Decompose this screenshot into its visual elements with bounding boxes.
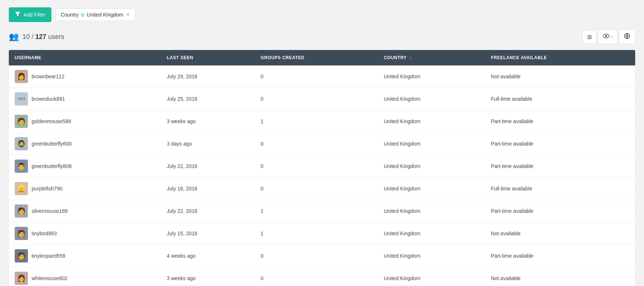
cell-country: United Kingdom [378,178,485,200]
columns-icon: ⊞ [587,33,592,40]
top-bar: Add Filter Country is United Kingdom × [9,7,635,22]
table-row[interactable]: 👨 greenbutterfly808 July 22, 2016 0 Unit… [9,155,635,178]
globe-button[interactable] [619,29,635,44]
cell-groups-created: 0 [255,88,378,110]
username-text: brownduck891 [32,96,65,102]
globe-icon [624,33,630,41]
table-row[interactable]: 🧑 tinyleopard558 4 weeks ago 0 United Ki… [9,245,635,267]
cell-last-seen: 4 weeks ago [161,245,255,267]
avatar: 🧔 [15,137,28,150]
cell-freelance: Not available [485,222,635,245]
avatar: 👩 [15,70,28,83]
sort-arrow-icon: ↑ [410,56,412,60]
cell-freelance: Part-time available [485,245,635,267]
cell-username: 👨 greenbutterfly808 [9,155,161,178]
svg-point-1 [605,35,607,37]
add-filter-label: Add Filter [24,12,46,18]
username-text: brownbear112 [32,74,65,79]
table-row[interactable]: 👩 brownbear112 July 29, 2016 0 United Ki… [9,65,635,88]
avatar: 🧑 [15,115,28,128]
cell-last-seen: July 16, 2016 [161,178,255,200]
user-count-row: 👥 10 / 127 users ⊞ ▾ [9,29,635,44]
table-row[interactable]: 👩 whitemouse602 3 weeks ago 0 United Kin… [9,267,635,286]
cell-username: 🧑 silvermouse189 [9,200,161,222]
cell-last-seen: July 22, 2016 [161,200,255,222]
add-filter-button[interactable]: Add Filter [9,7,51,22]
cell-freelance: Full-time available [485,88,635,110]
username-text: whitemouse602 [32,275,68,281]
avatar: 🧑 [15,204,28,218]
cell-last-seen: July 22, 2016 [161,155,255,178]
cell-groups-created: 0 [255,267,378,286]
columns-button[interactable]: ⊞ [582,30,597,44]
cell-freelance: Part-time available [485,155,635,178]
eye-icon [603,33,609,41]
table-row[interactable]: 👓 brownduck891 July 25, 2016 0 United Ki… [9,88,635,110]
cell-groups-created: 0 [255,245,378,267]
username-text: greenbutterfly808 [32,163,72,169]
visibility-button[interactable]: ▾ [598,29,618,44]
filter-field: Country [61,12,79,18]
cell-username: 👱 purplefish790 [9,178,161,200]
cell-last-seen: July 15, 2016 [161,222,255,245]
cell-username: 🧔 greenbutterfly600 [9,133,161,155]
cell-groups-created: 0 [255,133,378,155]
username-text: tinybird883 [32,230,57,236]
col-username[interactable]: USERNAME [9,50,161,65]
username-text: greenbutterfly600 [32,141,72,147]
table-row[interactable]: 🧑 silvermouse189 July 22, 2016 1 United … [9,200,635,222]
username-text: purplefish790 [32,186,62,192]
cell-freelance: Part-time available [485,110,635,133]
cell-country: United Kingdom [378,155,485,178]
table-row[interactable]: 🧑 goldenmouse588 3 weeks ago 1 United Ki… [9,110,635,133]
cell-country: United Kingdom [378,110,485,133]
cell-country: United Kingdom [378,88,485,110]
username-text: silvermouse189 [32,208,68,214]
avatar: 🧑 [15,249,28,262]
cell-groups-created: 1 [255,200,378,222]
table-row[interactable]: 👱 purplefish790 July 16, 2016 0 United K… [9,178,635,200]
filter-icon [15,11,21,18]
cell-last-seen: 3 weeks ago [161,110,255,133]
cell-country: United Kingdom [378,267,485,286]
users-table: USERNAME LAST SEEN GROUPS CREATED COUNTR… [9,50,635,286]
filter-operator: is [81,12,84,18]
toolbar-icons: ⊞ ▾ [582,29,635,44]
remove-filter-button[interactable]: × [126,12,130,18]
users-icon: 👥 [9,32,19,42]
cell-username: 👩 whitemouse602 [9,267,161,286]
avatar: 👱 [15,182,28,195]
col-freelance[interactable]: FREELANCE AVAILABLE [485,50,635,65]
col-country[interactable]: COUNTRY ↑ [378,50,485,65]
shown-count: 10 / 127 users [22,33,64,41]
chevron-down-icon: ▾ [611,35,613,39]
col-groups-created[interactable]: GROUPS CREATED [255,50,378,65]
cell-username: 👩 brownbear112 [9,65,161,88]
avatar: 👓 [15,92,28,106]
table-row[interactable]: 🧔 greenbutterfly600 3 days ago 0 United … [9,133,635,155]
cell-groups-created: 1 [255,222,378,245]
cell-freelance: Not available [485,65,635,88]
cell-freelance: Part-time available [485,133,635,155]
user-count: 👥 10 / 127 users [9,32,64,42]
cell-groups-created: 0 [255,155,378,178]
cell-freelance: Not available [485,267,635,286]
cell-freelance: Full-time available [485,178,635,200]
avatar: 🧑 [15,227,28,240]
cell-country: United Kingdom [378,133,485,155]
cell-country: United Kingdom [378,222,485,245]
table-row[interactable]: 🧑 tinybird883 July 15, 2016 1 United Kin… [9,222,635,245]
filter-value: United Kingdom [87,12,123,18]
filter-chip: Country is United Kingdom × [56,8,135,21]
col-last-seen[interactable]: LAST SEEN [161,50,255,65]
cell-last-seen: July 29, 2016 [161,65,255,88]
cell-groups-created: 0 [255,178,378,200]
cell-freelance: Part-time available [485,200,635,222]
avatar: 👨 [15,160,28,173]
cell-username: 🧑 goldenmouse588 [9,110,161,133]
cell-last-seen: 3 days ago [161,133,255,155]
username-text: tinyleopard558 [32,253,65,259]
cell-username: 🧑 tinybird883 [9,222,161,245]
cell-groups-created: 1 [255,110,378,133]
cell-country: United Kingdom [378,200,485,222]
